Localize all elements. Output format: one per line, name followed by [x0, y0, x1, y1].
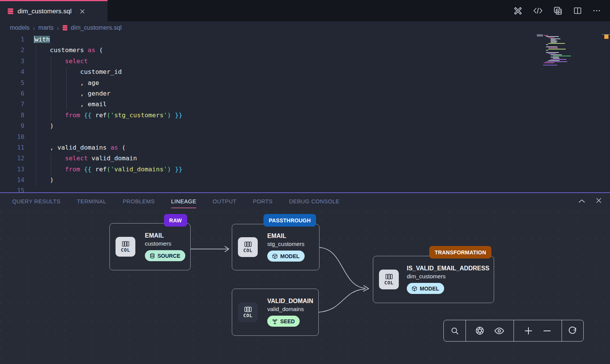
column-icon-label: COL	[243, 247, 252, 253]
line-number: 1	[0, 34, 24, 45]
tab-close-icon[interactable]	[80, 9, 85, 14]
code-token: as	[107, 144, 118, 151]
panel-tabs: QUERY RESULTSTERMINALPROBLEMSLINEAGEOUTP…	[12, 193, 339, 209]
toolbar-view-section	[466, 320, 514, 341]
code-token	[35, 155, 65, 162]
code-line-2[interactable]: 2 customers as (	[0, 45, 610, 56]
line-number: 12	[0, 153, 24, 164]
panel-controls	[578, 198, 602, 205]
code-line-3[interactable]: 3 select	[0, 56, 610, 67]
code-line-6[interactable]: 6 , gender	[0, 88, 610, 99]
toolbar-refresh-section	[562, 320, 583, 341]
minimap-line	[546, 52, 559, 53]
code-token: as	[84, 46, 95, 54]
column-icon: COL	[238, 237, 258, 257]
code-token: from	[65, 112, 80, 119]
lineage-canvas[interactable]: RAW COL EMAIL customers SOURCE PASSTHROU…	[0, 209, 610, 364]
chevron-up-icon[interactable]	[578, 198, 585, 205]
code-line-12[interactable]: 12 select valid_domain	[0, 153, 610, 164]
code-token: )	[35, 122, 54, 129]
column-icon-label: COL	[384, 280, 393, 286]
code-icon[interactable]	[533, 6, 543, 15]
code-line-5[interactable]: 5 , age	[0, 78, 610, 88]
panel-tab-query-results[interactable]: QUERY RESULTS	[12, 193, 61, 209]
minimap-line	[551, 38, 560, 39]
minimap-line	[551, 40, 556, 40]
code-token: }}	[175, 112, 183, 119]
minimap-selection-marker	[537, 34, 543, 37]
cube-icon	[412, 286, 417, 291]
code-line-10[interactable]: 10	[0, 132, 610, 142]
code-token	[171, 112, 175, 119]
database-icon	[150, 253, 155, 259]
lineage-node-stg-customers[interactable]: PASSTHROUGH COL EMAIL stg_customers MODE…	[232, 224, 319, 270]
line-content: )	[35, 121, 54, 131]
panel-tab-terminal[interactable]: TERMINAL	[77, 193, 106, 209]
lineage-node-dim-customers[interactable]: TRANSFORMATION COL IS_VALID_EMAIL_ADDRES…	[373, 256, 494, 303]
code-line-4[interactable]: 4 customer_id	[0, 67, 610, 77]
minimap[interactable]	[541, 35, 586, 69]
line-number: 5	[0, 78, 24, 88]
panel-tab-problems[interactable]: PROBLEMS	[123, 193, 155, 209]
minimap-line	[548, 43, 565, 44]
more-actions-icon[interactable]	[592, 6, 601, 15]
cube-icon	[272, 254, 278, 259]
minimap-line	[548, 53, 556, 54]
code-token: valid_domain	[88, 155, 137, 162]
column-icon: COL	[116, 237, 135, 257]
lineage-toolbar	[443, 320, 584, 342]
minimap-line	[544, 62, 554, 63]
dbt-power-user-icon[interactable]	[513, 6, 523, 16]
column-icon: COL	[238, 302, 258, 322]
code-line-14[interactable]: 14 )	[0, 175, 610, 185]
zoom-out-icon[interactable]	[543, 326, 552, 335]
column-icon-label: COL	[121, 247, 130, 253]
search-icon[interactable]	[450, 326, 459, 335]
panel-tab-output[interactable]: OUTPUT	[213, 193, 236, 209]
database-icon	[8, 8, 13, 14]
code-line-11[interactable]: 11 , valid_domains as (	[0, 142, 610, 153]
code-line-8[interactable]: 8 from {{ ref('stg_customers') }}	[0, 110, 610, 121]
indent-guide	[51, 153, 51, 175]
code-token: '	[164, 112, 167, 119]
refresh-icon[interactable]	[568, 326, 577, 335]
zoom-in-icon[interactable]	[524, 326, 533, 335]
code-line-1[interactable]: 1with	[0, 34, 610, 45]
eye-icon[interactable]	[494, 326, 504, 335]
aperture-icon[interactable]	[475, 326, 485, 335]
code-token: (	[107, 112, 111, 119]
panel-tab-lineage[interactable]: LINEAGE	[171, 193, 196, 209]
node-column-name: IS_VALID_EMAIL_ADDRESS	[407, 265, 490, 272]
panel-tab-debug-console[interactable]: DEBUG CONSOLE	[289, 193, 339, 209]
panel-tab-ports[interactable]: PORTS	[253, 193, 273, 209]
code-line-15[interactable]: 15	[0, 185, 610, 192]
minimap-line	[546, 46, 557, 47]
line-number: 4	[0, 67, 24, 77]
code-token: , email	[35, 101, 107, 108]
code-token: (	[95, 46, 103, 54]
copy-table-icon[interactable]	[553, 6, 563, 16]
column-icon-label: COL	[243, 313, 252, 318]
lineage-node-valid-domains[interactable]: COL VALID_DOMAIN valid_domains SEED	[232, 289, 319, 336]
code-line-9[interactable]: 9 )	[0, 121, 610, 131]
editor-actions	[513, 0, 610, 21]
breadcrumb-item-marts[interactable]: marts	[39, 24, 54, 31]
line-number: 3	[0, 56, 24, 67]
breadcrumb-item-models[interactable]: models	[10, 24, 30, 31]
code-token: stg_customers	[114, 112, 164, 119]
node-column-name: EMAIL	[267, 233, 286, 239]
tab-dim-customers-sql[interactable]: dim_customers.sql	[0, 0, 108, 21]
code-line-13[interactable]: 13 from {{ ref('valid_domains') }}	[0, 164, 610, 175]
minimap-line	[546, 44, 548, 45]
code-line-7[interactable]: 7 , email	[0, 99, 610, 110]
panel-close-icon[interactable]	[596, 198, 602, 205]
line-number: 7	[0, 99, 24, 110]
code-token: )	[167, 112, 171, 119]
split-editor-icon[interactable]	[573, 6, 582, 15]
breadcrumb-item-file[interactable]: dim_customers.sql	[71, 24, 122, 31]
lineage-node-customers[interactable]: RAW COL EMAIL customers SOURCE	[109, 223, 191, 270]
overview-ruler-marker	[604, 35, 608, 39]
seedling-icon	[272, 319, 278, 324]
code-editor[interactable]: 1with2 customers as (3 select4 customer_…	[0, 34, 610, 192]
code-token	[171, 166, 175, 173]
